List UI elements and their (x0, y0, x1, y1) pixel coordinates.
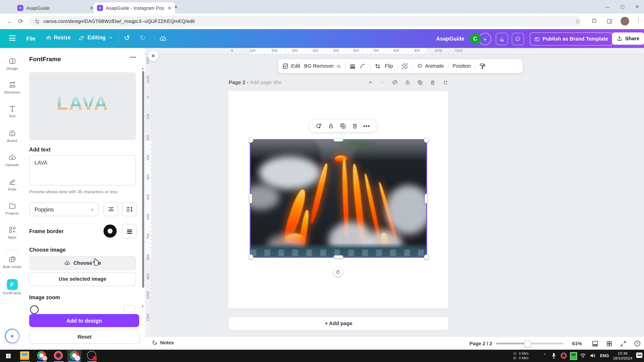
sidebar-item-uploads[interactable]: Uploads (0, 154, 24, 167)
opera-icon[interactable] (54, 351, 63, 360)
sidebar-item-elements[interactable]: Elements (0, 81, 24, 94)
file-explorer-icon[interactable] (20, 351, 29, 360)
panel-close-button[interactable]: ✕ (148, 50, 158, 61)
scroll-up-arrow-icon[interactable]: ▲ (141, 67, 144, 70)
scroll-down-arrow-icon[interactable]: ▼ (141, 305, 144, 308)
text-input[interactable]: LAVA (29, 155, 136, 186)
border-color-swatch[interactable] (104, 225, 116, 238)
resize-handle-w[interactable] (249, 194, 252, 204)
resize-handle-se[interactable] (424, 254, 429, 260)
hamburger-menu-icon[interactable] (9, 35, 16, 41)
choose-file-button[interactable]: Choose file (29, 256, 136, 270)
border-style-button[interactable] (122, 224, 137, 239)
tray-expand-icon[interactable]: ⌃ (543, 353, 546, 358)
minimize-button[interactable]: — (605, 4, 610, 9)
chrome-icon[interactable] (37, 351, 46, 360)
crop-button[interactable] (374, 63, 380, 69)
add-to-design-button[interactable]: Add to design (29, 314, 139, 327)
tab-close-icon[interactable]: ✕ (168, 5, 172, 11)
zoom-level[interactable]: 61% (572, 341, 582, 347)
resize-handle-e[interactable] (425, 194, 428, 204)
grid-view-icon[interactable] (606, 341, 612, 347)
reload-icon[interactable]: ⟳ (18, 18, 23, 25)
file-menu-button[interactable]: File (26, 36, 36, 42)
add-comment-icon[interactable] (316, 123, 322, 129)
transparency-button[interactable] (402, 63, 408, 69)
reset-button[interactable]: Reset (29, 330, 140, 344)
resize-handle-n[interactable] (334, 138, 343, 142)
zoom-slider-track[interactable] (496, 343, 564, 344)
microphone-icon[interactable] (552, 353, 556, 359)
resize-button[interactable]: Resize (46, 34, 71, 40)
text-align-button[interactable] (104, 202, 118, 216)
add-page-after-icon[interactable] (442, 79, 448, 85)
flip-button[interactable]: Flip (385, 63, 393, 69)
animate-button[interactable]: Animate (416, 63, 444, 69)
share-button[interactable]: Share (612, 32, 644, 44)
more-options-icon[interactable]: ••• (363, 123, 370, 129)
side-panel-icon[interactable] (606, 18, 612, 24)
editing-mode-dropdown[interactable]: Editing (79, 34, 113, 40)
lava-image[interactable] (250, 140, 426, 257)
active-app-highlight[interactable] (68, 350, 82, 362)
browser-menu-icon[interactable]: ⋮ (636, 16, 641, 22)
pages-view-icon[interactable] (592, 341, 598, 347)
sidebar-item-projects[interactable]: Projects (0, 202, 24, 215)
use-selected-image-button[interactable]: Use selected image (29, 272, 136, 286)
hide-page-icon[interactable] (392, 79, 398, 85)
stroke-weight-button[interactable] (350, 63, 356, 69)
position-button[interactable]: Position (452, 63, 471, 69)
bookmark-star-icon[interactable]: ☆ (575, 18, 581, 25)
account-avatar[interactable]: C (470, 33, 481, 44)
notification-center-icon[interactable] (636, 353, 642, 358)
font-select[interactable]: Poppins › (29, 202, 99, 216)
close-window-button[interactable]: ✕ (635, 4, 639, 9)
zoom-slider-thumb[interactable] (524, 340, 532, 348)
sidebar-item-bulk-create[interactable]: Bulk create (0, 255, 24, 269)
clock[interactable]: 15:36 18/10/2024 (612, 351, 633, 361)
browser-tab-2-active[interactable]: ♥ AsapGuide - Instagram Post - C ✕ (94, 2, 175, 13)
tray-opera-icon[interactable] (561, 353, 567, 359)
ai-assistant-button[interactable]: ✦ (5, 329, 20, 343)
resize-handle-sw[interactable] (248, 254, 254, 260)
image-zoom-value-box[interactable] (123, 305, 136, 312)
workspace-name[interactable]: AsapGuide (436, 36, 464, 42)
wifi-icon[interactable] (580, 353, 586, 358)
windows-start-icon[interactable] (6, 353, 11, 359)
new-tab-button[interactable]: + (174, 3, 178, 10)
sidebar-item-apps[interactable]: Apps (0, 226, 24, 239)
site-settings-icon[interactable] (34, 19, 40, 24)
sidebar-item-draw[interactable]: Draw (0, 178, 24, 191)
move-page-up-icon[interactable] (368, 80, 373, 85)
browser-tab-1[interactable]: ♥ AsapGuide ✕ (14, 2, 97, 13)
add-page-button[interactable]: + Add page (228, 316, 449, 330)
notes-button[interactable]: Notes (152, 340, 174, 346)
help-icon[interactable]: ? (634, 340, 641, 347)
sidebar-item-fontframe[interactable]: F FontFrame (0, 279, 24, 295)
panel-more-icon[interactable]: ••• (130, 54, 136, 59)
resize-handle-nw[interactable] (248, 137, 254, 143)
tray-app-icon[interactable] (570, 352, 577, 360)
unlock-icon[interactable] (405, 79, 410, 85)
duplicate-page-icon[interactable] (417, 79, 423, 85)
edit-image-button[interactable]: Edit (282, 63, 300, 69)
sidebar-item-design[interactable]: Design (0, 57, 24, 70)
browser-avatar[interactable] (620, 17, 629, 25)
bg-remover-button[interactable]: BG Remover (304, 63, 341, 69)
move-page-down-icon[interactable] (380, 80, 385, 85)
trash-icon[interactable] (352, 123, 358, 129)
lock-icon[interactable] (328, 123, 334, 129)
language-indicator[interactable]: ENG (600, 354, 609, 358)
extensions-icon[interactable] (592, 18, 597, 24)
panel-scrollbar[interactable] (142, 71, 144, 288)
comments-button[interactable] (512, 33, 524, 45)
insights-button[interactable] (496, 33, 508, 45)
resize-handle-ne[interactable] (424, 137, 429, 143)
undo-icon[interactable]: ↺ (124, 33, 130, 42)
redo-icon[interactable]: ↻ (140, 33, 146, 42)
tab-close-icon[interactable]: ✕ (90, 5, 94, 11)
speaker-icon[interactable] (590, 353, 596, 358)
sidebar-item-brand[interactable]: co Brand (0, 129, 24, 143)
back-icon[interactable]: ← (7, 18, 13, 25)
corner-rounding-button[interactable] (360, 63, 366, 69)
